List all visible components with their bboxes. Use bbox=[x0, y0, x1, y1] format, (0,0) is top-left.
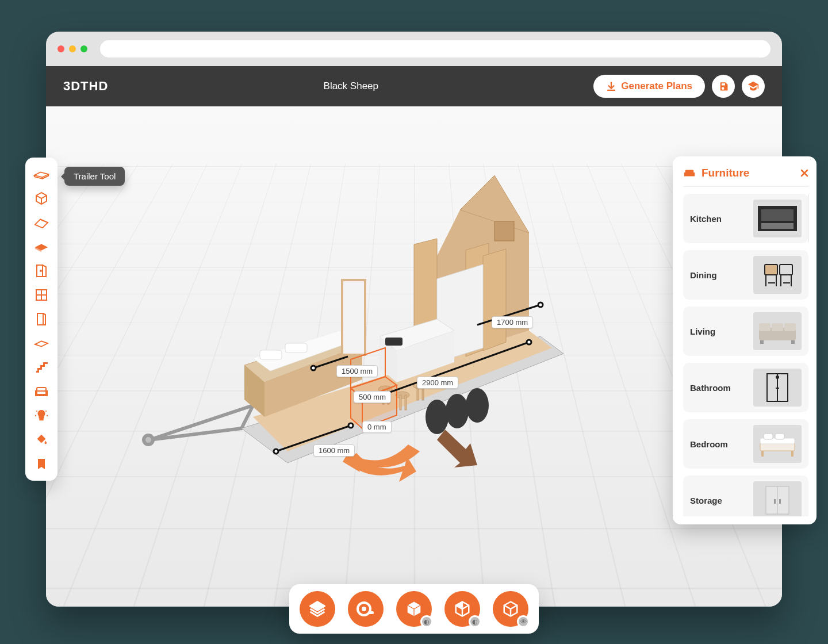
scrollbar-thumb[interactable] bbox=[808, 194, 808, 243]
graduation-cap-icon bbox=[747, 80, 759, 92]
svg-rect-71 bbox=[791, 451, 793, 457]
category-label: Living bbox=[690, 327, 715, 336]
svg-rect-70 bbox=[761, 451, 764, 457]
browser-chrome bbox=[46, 32, 782, 66]
measure-button[interactable] bbox=[348, 591, 384, 627]
bottom-toolbar: ◐ ◐ 👁 bbox=[289, 584, 539, 634]
window-icon bbox=[35, 289, 48, 301]
category-label: Bathroom bbox=[690, 383, 731, 393]
category-item-kitchen[interactable]: Kitchen bbox=[683, 194, 808, 243]
svg-rect-49 bbox=[37, 313, 43, 325]
traffic-light-min[interactable] bbox=[69, 45, 76, 52]
close-icon bbox=[800, 169, 808, 177]
generate-plans-button[interactable]: Generate Plans bbox=[593, 75, 705, 98]
visibility-badge-icon: ◐ bbox=[469, 615, 481, 628]
svg-rect-55 bbox=[780, 264, 792, 275]
tape-measure-icon bbox=[356, 600, 375, 618]
visibility-badge-icon: 👁 bbox=[517, 615, 530, 628]
traffic-light-max[interactable] bbox=[80, 45, 87, 52]
grid-floor bbox=[46, 164, 782, 607]
app-header: 3DTHD Black Sheep Generate Plans bbox=[46, 66, 782, 106]
svg-rect-54 bbox=[765, 264, 777, 275]
svg-rect-53 bbox=[761, 223, 793, 229]
tool-tooltip: Trailer Tool bbox=[64, 167, 125, 186]
svg-rect-75 bbox=[779, 499, 781, 504]
generate-plans-label: Generate Plans bbox=[621, 80, 692, 92]
lightbulb-icon bbox=[35, 409, 48, 422]
traffic-light-close[interactable] bbox=[57, 45, 64, 52]
project-title: Black Sheep bbox=[108, 80, 593, 92]
category-thumb bbox=[753, 481, 802, 516]
category-item-dining[interactable]: Dining bbox=[683, 250, 808, 300]
save-icon bbox=[718, 81, 729, 91]
panel-close-button[interactable] bbox=[800, 169, 808, 177]
left-toolbar bbox=[25, 158, 57, 481]
furniture-panel: Furniture Kitchen Dining Living Bathro bbox=[673, 156, 816, 524]
cube-section-icon bbox=[454, 600, 471, 618]
floor-tool-button[interactable] bbox=[30, 235, 53, 259]
svg-rect-78 bbox=[368, 611, 374, 614]
category-item-bathroom[interactable]: Bathroom bbox=[683, 363, 808, 412]
roof-icon bbox=[34, 217, 49, 228]
lighting-tool-button[interactable] bbox=[30, 404, 53, 428]
door-tool-button[interactable] bbox=[30, 259, 53, 283]
stairs-tool-button[interactable] bbox=[30, 355, 53, 379]
svg-rect-58 bbox=[772, 323, 783, 331]
app-logo: 3DTHD bbox=[63, 79, 108, 94]
category-thumb bbox=[753, 200, 802, 237]
url-bar[interactable] bbox=[100, 40, 770, 57]
browser-window: 3DTHD Black Sheep Generate Plans bbox=[46, 32, 782, 607]
learn-button[interactable] bbox=[742, 75, 765, 98]
category-thumb bbox=[753, 425, 802, 463]
svg-point-64 bbox=[776, 375, 779, 379]
paint-tool-button[interactable] bbox=[30, 428, 53, 452]
category-item-bedroom[interactable]: Bedroom bbox=[683, 419, 808, 469]
svg-rect-61 bbox=[791, 340, 795, 344]
deck-icon bbox=[34, 339, 49, 348]
svg-rect-52 bbox=[761, 209, 793, 221]
category-label: Bedroom bbox=[690, 439, 728, 449]
svg-rect-74 bbox=[774, 499, 776, 504]
cube-tool-button[interactable] bbox=[30, 186, 53, 210]
svg-point-47 bbox=[40, 270, 41, 271]
download-icon bbox=[606, 81, 616, 91]
panel-icon bbox=[36, 312, 47, 326]
cube-wire-icon bbox=[502, 600, 519, 618]
window-tool-button[interactable] bbox=[30, 283, 53, 307]
bookmark-icon bbox=[37, 458, 46, 470]
panel-tool-button[interactable] bbox=[30, 307, 53, 331]
visibility-badge-icon: ◐ bbox=[420, 615, 433, 628]
trailer-tool-button[interactable] bbox=[30, 162, 53, 186]
floor-icon bbox=[34, 241, 49, 252]
deck-tool-button[interactable] bbox=[30, 331, 53, 355]
svg-rect-59 bbox=[784, 323, 796, 331]
category-label: Kitchen bbox=[690, 214, 722, 224]
trailer-icon bbox=[33, 168, 49, 180]
category-item-living[interactable]: Living bbox=[683, 306, 808, 356]
panel-title: Furniture bbox=[702, 167, 749, 179]
category-thumb bbox=[753, 256, 802, 294]
category-thumb bbox=[753, 369, 802, 407]
roof-tool-button[interactable] bbox=[30, 210, 53, 235]
furniture-tool-button[interactable] bbox=[30, 379, 53, 404]
cube-icon bbox=[34, 191, 48, 205]
view-section-button[interactable]: ◐ bbox=[444, 591, 480, 627]
sofa-icon bbox=[34, 386, 48, 397]
header-actions: Generate Plans bbox=[593, 75, 765, 98]
svg-point-77 bbox=[362, 607, 366, 611]
stairs-icon bbox=[35, 361, 48, 374]
layers-button[interactable] bbox=[300, 591, 335, 627]
svg-rect-57 bbox=[759, 323, 770, 331]
svg-rect-60 bbox=[760, 340, 764, 344]
svg-rect-65 bbox=[776, 388, 779, 389]
save-button[interactable] bbox=[712, 75, 735, 98]
category-item-storage[interactable]: Storage bbox=[683, 476, 808, 516]
bookmark-tool-button[interactable] bbox=[30, 452, 53, 476]
viewport-3d[interactable]: 1500 mm 500 mm 0 mm 1600 mm 2900 mm 1700… bbox=[46, 106, 782, 607]
svg-rect-68 bbox=[764, 434, 773, 439]
panel-list[interactable]: Kitchen Dining Living Bathroom Bedroom bbox=[683, 194, 808, 516]
view-solid-button[interactable]: ◐ bbox=[396, 591, 432, 627]
door-icon bbox=[36, 264, 47, 278]
view-wire-button[interactable]: 👁 bbox=[493, 591, 528, 627]
category-label: Storage bbox=[690, 496, 722, 505]
